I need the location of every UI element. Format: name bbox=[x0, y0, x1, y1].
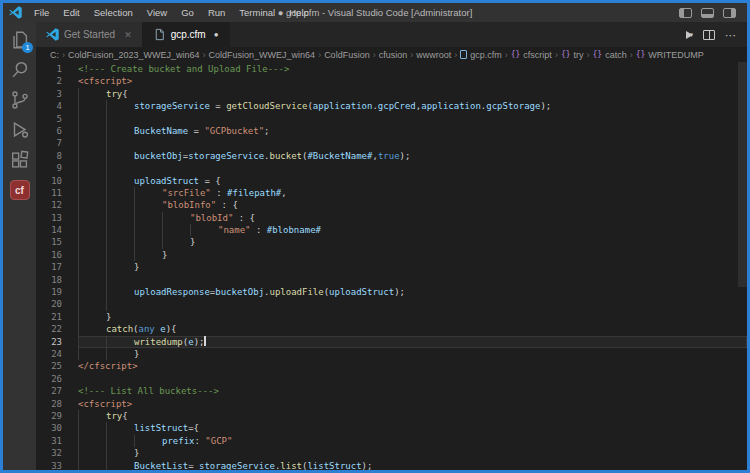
breadcrumb-separator: › bbox=[62, 50, 65, 60]
indent-guide bbox=[78, 323, 106, 335]
run-file-button[interactable]: ▾ bbox=[686, 31, 693, 39]
breadcrumb-item[interactable]: {}WRITEDUMP bbox=[636, 50, 704, 60]
more-actions-icon[interactable]: ⋯ bbox=[725, 30, 737, 40]
menu-terminal[interactable]: Terminal bbox=[232, 3, 282, 22]
menu-file[interactable]: File bbox=[27, 3, 56, 22]
toggle-panel-icon[interactable] bbox=[701, 8, 714, 18]
code-line[interactable]: 21} bbox=[36, 311, 747, 323]
code-line[interactable]: 22catch(any e){ bbox=[36, 323, 747, 335]
vertical-scrollbar[interactable] bbox=[738, 62, 747, 287]
breadcrumb-item[interactable]: gcp.cfm bbox=[460, 50, 502, 60]
breadcrumb-separator: › bbox=[630, 50, 633, 60]
breadcrumb-item[interactable]: ColdFusion_WWEJ_win64 bbox=[209, 50, 316, 60]
code-editor[interactable]: 1<!--- Create bucket and Upload File--->… bbox=[36, 62, 747, 470]
breadcrumb-item[interactable]: wwwroot bbox=[416, 50, 451, 60]
modified-dot-icon[interactable]: ● bbox=[214, 30, 219, 39]
code-line[interactable]: 28<cfscript> bbox=[36, 398, 747, 410]
indent-guide bbox=[78, 199, 106, 211]
menu-go[interactable]: Go bbox=[174, 3, 201, 22]
symbol-icon: {} bbox=[511, 50, 521, 59]
breadcrumb-separator: › bbox=[203, 50, 206, 60]
code-line[interactable]: 30listStruct={ bbox=[36, 422, 747, 434]
code-line[interactable]: 29try{ bbox=[36, 410, 747, 422]
file-icon bbox=[153, 28, 166, 41]
indent-guide bbox=[106, 162, 134, 174]
code-line[interactable]: 1<!--- Create bucket and Upload File---> bbox=[36, 63, 747, 75]
line-number: 33 bbox=[36, 460, 78, 471]
code-line[interactable]: 19uploadResponse=bucketObj.uploadFile(up… bbox=[36, 286, 747, 298]
code-line[interactable]: 13"blobId" : { bbox=[36, 212, 747, 224]
line-number: 21 bbox=[36, 311, 78, 323]
breadcrumb-item[interactable]: {}catch bbox=[593, 50, 627, 60]
code-line[interactable]: 25</cfscript> bbox=[36, 360, 747, 372]
code-line[interactable]: 32} bbox=[36, 447, 747, 459]
tab-get-started[interactable]: Get Started ✕ bbox=[36, 22, 143, 47]
code-line[interactable]: 20 bbox=[36, 298, 747, 310]
toggle-sidebar-icon[interactable] bbox=[679, 8, 692, 18]
code-line[interactable]: 26 bbox=[36, 373, 747, 385]
code-line[interactable]: 9 bbox=[36, 162, 747, 174]
line-number: 27 bbox=[36, 385, 78, 397]
indent-guide bbox=[78, 212, 106, 224]
breadcrumb-item[interactable]: {}try bbox=[561, 50, 584, 60]
indent-guide bbox=[106, 274, 134, 286]
menu-edit[interactable]: Edit bbox=[56, 3, 86, 22]
menu-help[interactable]: Help bbox=[282, 3, 316, 22]
code-line[interactable]: 17} bbox=[36, 261, 747, 273]
code-line[interactable]: 11"srcFile" : #filepath#, bbox=[36, 187, 747, 199]
code-line[interactable]: 3try{ bbox=[36, 88, 747, 100]
sidebar-item-extensions[interactable] bbox=[3, 145, 36, 175]
indent-guide bbox=[134, 212, 162, 224]
breadcrumb-item[interactable]: ColdFusion_2023_WWEJ_win64 bbox=[68, 50, 200, 60]
indent-guide bbox=[78, 274, 106, 286]
code-line[interactable]: 31prefix: "GCP" bbox=[36, 435, 747, 447]
line-number: 5 bbox=[36, 113, 78, 125]
sidebar-item-explorer[interactable]: 1 bbox=[3, 25, 36, 55]
breadcrumb-item[interactable]: C: bbox=[50, 50, 59, 60]
code-line[interactable]: 16} bbox=[36, 249, 747, 261]
code-line[interactable]: 14"name" : #blobname# bbox=[36, 224, 747, 236]
code-line[interactable]: 33BucketList= storageService.list(listSt… bbox=[36, 460, 747, 471]
code-line[interactable]: 12"blobInfo" : { bbox=[36, 199, 747, 211]
menu-run[interactable]: Run bbox=[201, 3, 232, 22]
split-editor-icon[interactable] bbox=[703, 30, 715, 40]
line-number: 6 bbox=[36, 125, 78, 137]
indent-guide bbox=[106, 212, 134, 224]
code-line[interactable]: 27<!--- List All buckets---> bbox=[36, 385, 747, 397]
code-line[interactable]: 24} bbox=[36, 348, 747, 360]
code-line[interactable]: 23writedump(e); bbox=[36, 336, 747, 348]
sidebar-item-run-debug[interactable] bbox=[3, 115, 36, 145]
sidebar-item-search[interactable] bbox=[3, 55, 36, 85]
breadcrumb-item[interactable]: ColdFusion bbox=[324, 50, 370, 60]
line-number: 13 bbox=[36, 212, 78, 224]
code-line[interactable]: 7 bbox=[36, 137, 747, 149]
symbol-icon: {} bbox=[593, 50, 603, 59]
close-icon[interactable]: ✕ bbox=[124, 30, 132, 40]
code-line[interactable]: 8bucketObj=storageService.bucket(#Bucket… bbox=[36, 150, 747, 162]
file-icon bbox=[460, 50, 467, 59]
code-line[interactable]: 10uploadStruct = { bbox=[36, 175, 747, 187]
indent-guide bbox=[162, 212, 190, 224]
toggle-secondary-sidebar-icon[interactable] bbox=[723, 8, 736, 18]
code-line[interactable]: 2<cfscript> bbox=[36, 75, 747, 87]
code-line[interactable]: 4storageService = getCloudService(applic… bbox=[36, 100, 747, 112]
code-line[interactable]: 15} bbox=[36, 236, 747, 248]
indent-guide bbox=[78, 175, 106, 187]
line-number: 11 bbox=[36, 187, 78, 199]
menu-view[interactable]: View bbox=[140, 3, 174, 22]
breadcrumb-item[interactable]: cfusion bbox=[379, 50, 408, 60]
tab-gcp-cfm[interactable]: gcp.cfm ● bbox=[143, 22, 230, 47]
sidebar-item-source-control[interactable] bbox=[3, 85, 36, 115]
code-line[interactable]: 6BucketName = "GCPbucket"; bbox=[36, 125, 747, 137]
sidebar-item-coldfusion[interactable]: cf bbox=[3, 175, 36, 205]
breadcrumb: C:›ColdFusion_2023_WWEJ_win64›ColdFusion… bbox=[36, 47, 747, 62]
search-icon bbox=[9, 59, 31, 81]
menu-selection[interactable]: Selection bbox=[87, 3, 140, 22]
editor-group: Get Started ✕ gcp.cfm ● ▾ bbox=[36, 22, 747, 470]
code-line[interactable]: 18 bbox=[36, 274, 747, 286]
indent-guide bbox=[78, 249, 106, 261]
indent-guide bbox=[106, 261, 134, 273]
code-line[interactable]: 5 bbox=[36, 113, 747, 125]
breadcrumb-item[interactable]: {}cfscript bbox=[511, 50, 552, 60]
coldfusion-icon: cf bbox=[10, 180, 30, 200]
